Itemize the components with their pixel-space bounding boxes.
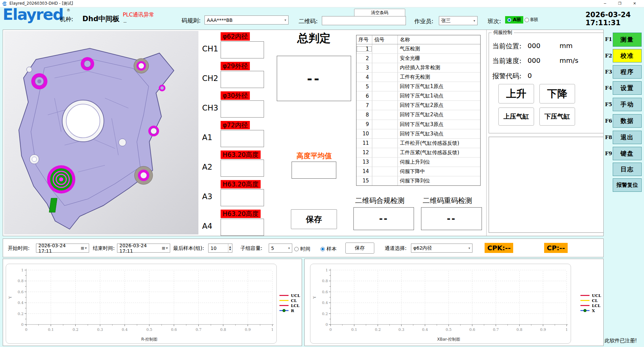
table-row[interactable]: 11工件松开(气缸传感器反馈): [356, 139, 480, 148]
radio-time[interactable]: [294, 247, 299, 251]
svg-text:0: 0: [21, 322, 24, 327]
row-no: 2: [356, 55, 372, 61]
svg-text:0.5: 0.5: [146, 328, 152, 332]
row-no: 14: [356, 168, 372, 174]
lower-cylinder-button[interactable]: 下压气缸: [539, 107, 575, 126]
row-name: 内径插入异常检测: [397, 63, 480, 72]
measurement-spec-label: φ30外径: [221, 91, 250, 100]
spinner-up-icon[interactable]: ▲: [228, 246, 232, 248]
clear-barcode-button[interactable]: 清空条码: [354, 9, 405, 16]
table-row[interactable]: 2安全光栅: [356, 54, 480, 63]
spc-save-button[interactable]: 保存: [345, 243, 374, 254]
operator-select[interactable]: 张三 ▾: [439, 16, 478, 25]
spinner-down-icon[interactable]: ▼: [228, 248, 232, 251]
settings-button[interactable]: 设置: [613, 81, 642, 95]
subgroup-size-select[interactable]: 5 ▾: [269, 244, 292, 253]
servo-speed-row: 当前速度: 000 mm/s: [492, 56, 578, 66]
row-signal: [372, 44, 397, 53]
plc-status-text: PLC通讯异常: [123, 11, 154, 18]
table-row[interactable]: 1气压检测: [356, 44, 480, 54]
mode-time-option[interactable]: 时间: [294, 246, 310, 252]
servo-control-group: 伺服控制 当前位置: 000 mm 当前速度: 000 mm/s 报警代码: 0…: [489, 33, 604, 133]
r-chart-legend: UCLCLLCLR: [279, 293, 300, 313]
last-sample-label: 最后样本(组):: [173, 245, 204, 252]
keyboard-button[interactable]: 键盘: [613, 147, 642, 160]
manual-button[interactable]: 手动: [613, 98, 642, 111]
start-time-picker[interactable]: 2026-03-24 17:11 ▦▾: [36, 244, 89, 253]
svg-text:0.2: 0.2: [322, 312, 328, 316]
table-row[interactable]: 6回转下压气缸1动点: [356, 91, 480, 101]
legend-line-swatch: [580, 295, 590, 296]
code-rule-select[interactable]: AAA****BB ▾: [204, 15, 289, 25]
alarm-reset-button[interactable]: 报警复位: [613, 178, 642, 192]
table-row[interactable]: 14伺服下降中: [356, 167, 480, 176]
row-signal: [372, 91, 397, 100]
chevron-down-icon: ▾: [285, 18, 286, 22]
measurement-row: CH2 φ29外径: [202, 62, 269, 90]
xbar-control-chart: 00.20.40.60.8100.10.20.30.40.50.60.70.80…: [310, 264, 571, 344]
exit-button[interactable]: 退出: [613, 131, 642, 144]
table-row[interactable]: 5回转下压气缸1原点: [356, 82, 480, 91]
servo-up-button[interactable]: 上升: [498, 84, 534, 103]
table-row[interactable]: 4工件有无检测: [356, 73, 480, 82]
measurement-value-box: [221, 71, 264, 88]
measurement-row: A2 H63.20高度: [202, 150, 269, 179]
row-signal: [372, 73, 397, 82]
channel-select[interactable]: φ62内径 ▾: [411, 244, 472, 253]
measurement-spec-label: φ62内径: [221, 32, 250, 41]
save-button[interactable]: 保存: [291, 209, 337, 229]
svg-text:0.2: 0.2: [18, 312, 24, 316]
signal-table[interactable]: 序号 信号 名称 1气压检测 2安全光栅 3内径插入异常检测 4工件有无检测 5…: [356, 35, 481, 186]
r-chart-panel: 00.20.40.60.8100.10.20.30.40.50.60.70.80…: [6, 264, 277, 344]
close-icon[interactable]: ✕: [627, 0, 642, 7]
r-chart-section: 00.20.40.60.8100.10.20.30.40.50.60.70.80…: [3, 259, 302, 346]
table-row[interactable]: 7回转下压气缸2原点: [356, 101, 480, 110]
legend-line-swatch: [580, 310, 590, 311]
row-name: 伺服下降到位: [397, 176, 480, 185]
servo-down-button[interactable]: 下降: [539, 84, 575, 103]
brand-reg-mark: ®: [67, 8, 70, 12]
table-row[interactable]: 10回转下压气缸3动点: [356, 129, 480, 139]
shift-a-option[interactable]: A班: [505, 16, 523, 24]
table-row[interactable]: 15伺服下降到位: [356, 176, 480, 185]
panel-divider: [486, 30, 487, 236]
row-signal: [372, 129, 397, 138]
shift-b-option[interactable]: B班: [525, 16, 538, 24]
table-row[interactable]: 13伺服上升到位: [356, 158, 480, 167]
subgroup-size-label: 子组容量:: [240, 245, 262, 252]
end-time-label: 结束时间:: [93, 245, 115, 252]
table-row[interactable]: 8回转下压气缸2动点: [356, 110, 480, 120]
measurement-value-box: [221, 130, 264, 147]
calibrate-button[interactable]: 校准: [613, 49, 642, 62]
upper-cylinder-button[interactable]: 上压气缸: [498, 107, 534, 126]
row-no: 9: [356, 121, 372, 127]
table-row[interactable]: 12工件压紧(气缸传感器反馈): [356, 148, 480, 158]
minimize-icon[interactable]: ─: [598, 0, 612, 7]
servo-alarm-label: 报警代码:: [492, 72, 522, 81]
row-name: 回转下压气缸2动点: [397, 110, 480, 119]
log-button[interactable]: 日志: [613, 163, 642, 176]
channel-id: A3: [202, 192, 212, 201]
program-button[interactable]: 程序: [613, 65, 642, 79]
maximize-icon[interactable]: ❐: [612, 0, 627, 7]
row-name: 气压检测: [397, 44, 480, 53]
legend-label: LCL: [592, 303, 600, 308]
end-time-picker[interactable]: 2026-03-24 17:11 ▦▾: [117, 244, 170, 253]
row-signal: [372, 176, 397, 185]
svg-text:0.2: 0.2: [375, 328, 381, 332]
svg-text:0.1: 0.1: [48, 328, 54, 332]
mode-sample-option[interactable]: 样本: [320, 246, 337, 252]
table-row[interactable]: 9回转下压气缸3原点: [356, 120, 480, 129]
last-sample-stepper[interactable]: 10 ▲▼: [208, 244, 232, 253]
radio-sample[interactable]: [320, 247, 325, 251]
qr-code-input[interactable]: [322, 16, 406, 25]
qr-duplicate-value: --: [421, 207, 482, 230]
table-row[interactable]: 3内径插入异常检测: [356, 63, 480, 73]
data-button[interactable]: 数据: [613, 114, 642, 128]
app-window: Elayred_20260303-DHD - [测试] ─ ❐ ✕ Elayre…: [0, 0, 644, 347]
measure-button[interactable]: 测量: [613, 33, 642, 47]
qr-compliance-label: 二维码合规检测: [355, 196, 405, 205]
servo-alarm-value: 0: [528, 72, 532, 81]
radio-shift-b[interactable]: [525, 18, 529, 22]
radio-shift-a[interactable]: [507, 18, 512, 22]
